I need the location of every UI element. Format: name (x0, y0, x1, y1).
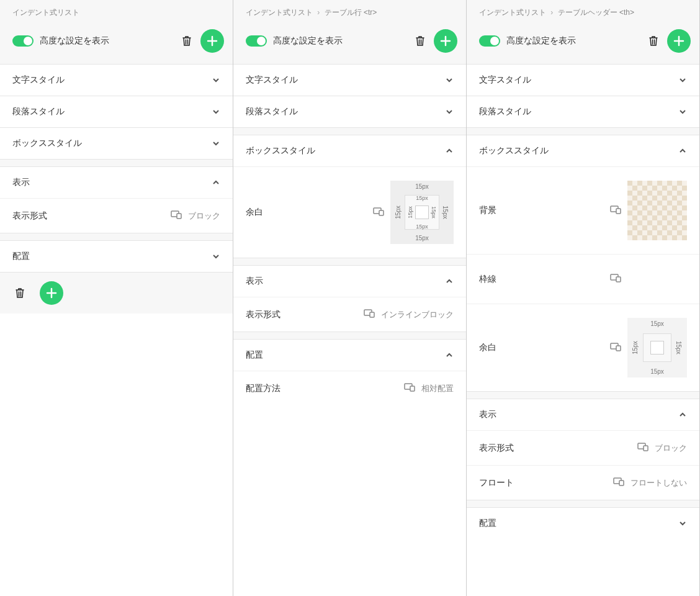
chevron-right-icon: › (317, 8, 320, 17)
prop-label: 表示形式 (12, 210, 171, 222)
svg-rect-13 (616, 346, 621, 351)
spacer (0, 233, 233, 240)
svg-rect-11 (616, 277, 621, 282)
section-para-style: 段落スタイル (467, 96, 699, 127)
section-header-box-style[interactable]: ボックススタイル (233, 135, 466, 166)
section-para-style: 段落スタイル (0, 96, 233, 127)
advanced-toggle[interactable] (246, 35, 267, 47)
device-icon (637, 443, 648, 453)
advanced-toggle[interactable] (479, 35, 500, 47)
breadcrumb-root[interactable]: インデント式リスト (12, 8, 79, 17)
prop-margin[interactable]: 余白 15px 15px 15px 15px (467, 304, 699, 391)
section-header-display[interactable]: 表示 (467, 399, 699, 430)
section-header-para-style[interactable]: 段落スタイル (233, 96, 466, 127)
prop-label: 枠線 (479, 274, 610, 285)
prop-margin[interactable]: 余白 15px 15px 15px 15px 15px 15px 15px 15… (233, 166, 466, 258)
add-button[interactable] (434, 29, 457, 53)
svg-rect-3 (379, 210, 384, 215)
section-para-style: 段落スタイル (233, 96, 466, 127)
section-header-position[interactable]: 配置 (467, 508, 699, 539)
breadcrumb: インデント式リスト › テーブル行 <tr> (233, 0, 466, 23)
prop-value: 相対配置 (404, 383, 454, 394)
advanced-toggle-label: 高度な設定を表示 (273, 35, 406, 47)
section-text-style: 文字スタイル (0, 64, 233, 96)
section-text-style: 文字スタイル (233, 64, 466, 96)
prop-value: インラインブロック (364, 309, 454, 320)
device-icon (610, 205, 621, 216)
section-header-box-style[interactable]: ボックススタイル (467, 135, 699, 166)
section-display: 表示 表示形式 インラインブロック (233, 265, 466, 332)
chevron-down-icon (212, 76, 220, 84)
device-icon (613, 477, 624, 488)
prop-label: 余白 (479, 342, 610, 353)
spacer (233, 332, 466, 339)
section-header-para-style[interactable]: 段落スタイル (467, 96, 699, 127)
chevron-up-icon (678, 147, 687, 155)
prop-float[interactable]: フロート フロートしない (467, 465, 699, 500)
panel-header: 高度な設定を表示 (233, 23, 466, 64)
trash-icon[interactable] (413, 34, 428, 48)
breadcrumb-current: テーブルヘッダー <th> (558, 8, 634, 17)
panel-indent-list: インデント式リスト 高度な設定を表示 文字スタイル 段落スタイル ボックススタイ… (0, 0, 233, 596)
svg-rect-7 (410, 386, 415, 391)
device-icon (373, 207, 384, 218)
svg-rect-1 (177, 214, 181, 219)
section-header-position[interactable]: 配置 (233, 340, 466, 371)
background-swatch[interactable] (627, 181, 687, 240)
prop-display-mode[interactable]: 表示形式 インラインブロック (233, 297, 466, 332)
section-display: 表示 表示形式 ブロック フロート フロートしない (467, 399, 699, 500)
trash-icon[interactable] (179, 34, 194, 48)
section-position: 配置 (467, 507, 699, 539)
prop-value: ブロック (171, 210, 220, 222)
prop-position-method[interactable]: 配置方法 相対配置 (233, 371, 466, 405)
section-header-text-style[interactable]: 文字スタイル (0, 65, 233, 96)
chevron-down-icon (678, 519, 687, 528)
add-button[interactable] (667, 29, 691, 53)
section-header-para-style[interactable]: 段落スタイル (0, 96, 233, 127)
trash-icon[interactable] (646, 34, 661, 48)
svg-rect-9 (616, 209, 621, 214)
margin-diagram[interactable]: 15px 15px 15px 15px 15px 15px 15px 15px (390, 181, 454, 244)
border-value (627, 268, 687, 291)
section-header-box-style[interactable]: ボックススタイル (0, 128, 233, 159)
breadcrumb-root[interactable]: インデント式リスト (479, 8, 546, 17)
svg-rect-5 (370, 312, 374, 317)
breadcrumb: インデント式リスト (0, 0, 233, 23)
prop-background[interactable]: 背景 (467, 166, 699, 254)
panel-header: 高度な設定を表示 (467, 23, 699, 64)
margin-core (415, 205, 429, 219)
add-button[interactable] (40, 281, 63, 305)
section-text-style: 文字スタイル (467, 64, 699, 96)
section-header-text-style[interactable]: 文字スタイル (233, 65, 466, 96)
prop-border[interactable]: 枠線 (467, 254, 699, 304)
prop-value: フロートしない (613, 477, 687, 489)
section-display: 表示 表示形式 ブロック (0, 166, 233, 233)
device-icon (610, 274, 621, 284)
prop-value (610, 181, 687, 240)
spacer (233, 258, 466, 265)
section-header-display[interactable]: 表示 (233, 266, 466, 297)
section-header-position[interactable]: 配置 (0, 241, 233, 272)
margin-inner: 15px 15px 15px 15px (405, 195, 439, 230)
trash-icon[interactable] (12, 286, 27, 300)
prop-value: 15px 15px 15px 15px (610, 318, 687, 377)
chevron-down-icon (678, 107, 687, 116)
breadcrumb-root[interactable]: インデント式リスト (246, 8, 313, 17)
chevron-up-icon (212, 178, 220, 187)
chevron-up-icon (445, 147, 454, 155)
chevron-down-icon (212, 107, 220, 116)
chevron-down-icon (445, 107, 454, 116)
prop-display-mode[interactable]: 表示形式 ブロック (467, 430, 699, 465)
prop-value: 15px 15px 15px 15px 15px 15px 15px 15px (373, 181, 454, 244)
margin-diagram[interactable]: 15px 15px 15px 15px (627, 318, 687, 377)
section-header-text-style[interactable]: 文字スタイル (467, 65, 699, 96)
spacer (467, 127, 699, 135)
add-button[interactable] (200, 29, 224, 53)
spacer (233, 127, 466, 135)
advanced-toggle-label: 高度な設定を表示 (506, 35, 640, 47)
advanced-toggle[interactable] (12, 35, 34, 47)
section-header-display[interactable]: 表示 (0, 167, 233, 198)
advanced-toggle-label: 高度な設定を表示 (40, 35, 173, 47)
chevron-down-icon (445, 76, 454, 84)
prop-display-mode[interactable]: 表示形式 ブロック (0, 198, 233, 233)
